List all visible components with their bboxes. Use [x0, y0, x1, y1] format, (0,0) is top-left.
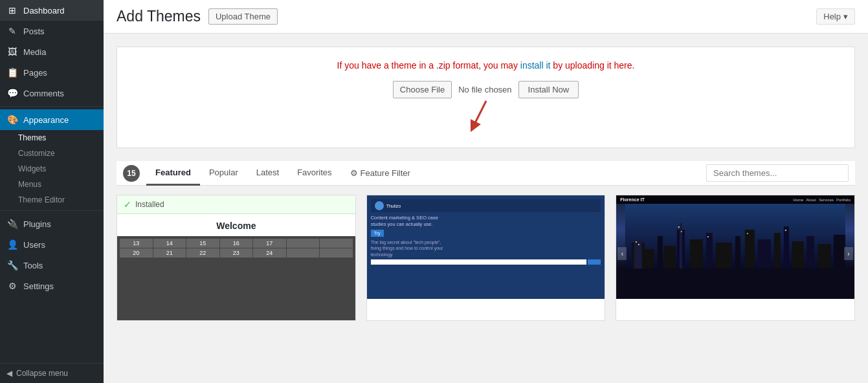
- sidebar-item-label: Media: [23, 47, 46, 57]
- sidebar-item-label: Users: [23, 240, 45, 250]
- sidebar-item-label: Dashboard: [23, 6, 65, 16]
- svg-rect-6: [658, 236, 663, 268]
- installed-bar: ✓ Installed: [117, 195, 355, 214]
- file-upload-row: Choose File No file chosen Install Now: [130, 81, 841, 98]
- collapse-icon: ◀: [6, 369, 12, 378]
- sidebar-subitem-themes[interactable]: Themes: [0, 130, 104, 146]
- svg-rect-23: [638, 244, 640, 245]
- t2-desc: The big secret about "tech people",fixin…: [371, 239, 601, 258]
- city-skyline-svg: [616, 204, 854, 268]
- svg-rect-15: [758, 239, 771, 268]
- main-content: Add Themes Upload Theme Help ▾ If you ha…: [104, 0, 868, 383]
- svg-rect-19: [807, 236, 814, 268]
- theme-name-welcome: Welcome: [117, 214, 355, 236]
- sidebar-item-label: Posts: [23, 27, 45, 36]
- svg-rect-22: [636, 241, 637, 243]
- svg-rect-20: [818, 244, 831, 268]
- comments-icon: 💬: [6, 88, 18, 98]
- feature-filter-button[interactable]: ⚙ Feature Filter: [341, 162, 419, 184]
- t3-nav: Home About Services Portfolio: [793, 198, 851, 202]
- sidebar-item-comments[interactable]: 💬 Comments: [0, 83, 104, 104]
- sidebar-item-label: Tools: [23, 261, 43, 270]
- upload-area: If you have a theme in a .zip format, yo…: [117, 47, 855, 148]
- chevron-down-icon: ▾: [843, 12, 848, 21]
- themes-grid: ✓ Installed Welcome 13 14 15 16 17 20 21…: [117, 195, 855, 321]
- gear-icon: ⚙: [350, 168, 358, 178]
- t2-header: Thulizo: [371, 199, 601, 212]
- sidebar-item-dashboard[interactable]: ⊞ Dashboard: [0, 0, 104, 21]
- sidebar-subitem-customize[interactable]: Customize: [0, 146, 104, 161]
- divider: [0, 106, 104, 107]
- t2-input-row: [371, 259, 601, 265]
- search-themes-input[interactable]: [706, 164, 849, 182]
- t2-site-name: Thulizo: [386, 204, 401, 208]
- sidebar-item-label: Comments: [23, 89, 64, 98]
- svg-rect-9: [680, 223, 682, 268]
- t3-left-arrow[interactable]: ‹: [618, 247, 627, 260]
- upload-hint: If you have a theme in a .zip format, yo…: [130, 60, 841, 71]
- sidebar-item-posts[interactable]: ✎ Posts: [0, 21, 104, 41]
- tabs-bar: 15 Featured Popular Latest Favorites ⚙ F…: [117, 161, 855, 186]
- svg-rect-7: [664, 246, 676, 268]
- svg-rect-14: [745, 230, 755, 268]
- arrow-container: [130, 100, 841, 132]
- topbar-left: Add Themes Upload Theme: [117, 8, 278, 25]
- sidebar: ⊞ Dashboard ✎ Posts 🖼 Media 📋 Pages 💬 Co…: [0, 0, 104, 383]
- svg-rect-28: [785, 230, 786, 231]
- t2-search-btn: [588, 259, 601, 265]
- collapse-menu-button[interactable]: ◀ Collapse menu: [0, 363, 104, 383]
- tools-icon: 🔧: [6, 260, 18, 270]
- sidebar-item-tools[interactable]: 🔧 Tools: [0, 255, 104, 276]
- hint-text-part1: If you have a theme in a .zip format, yo…: [337, 60, 520, 71]
- sidebar-item-settings[interactable]: ⚙ Settings: [0, 276, 104, 296]
- svg-rect-25: [681, 231, 682, 232]
- dashboard-icon: ⊞: [6, 5, 18, 16]
- sidebar-item-pages[interactable]: 📋 Pages: [0, 62, 104, 83]
- check-icon: ✓: [124, 199, 131, 210]
- theme-card-thulizo[interactable]: Thulizo Content marketing & SEO casestud…: [366, 195, 606, 321]
- svg-rect-11: [706, 233, 713, 268]
- install-now-button[interactable]: Install Now: [518, 81, 579, 98]
- appearance-icon: 🎨: [6, 115, 18, 125]
- t3-city-bg: [616, 204, 854, 268]
- tab-popular[interactable]: Popular: [200, 161, 247, 186]
- page-title: Add Themes: [117, 8, 201, 25]
- sidebar-item-label: Appearance: [23, 115, 69, 125]
- svg-rect-18: [792, 241, 804, 268]
- settings-icon: ⚙: [6, 281, 18, 291]
- sidebar-subitem-widgets[interactable]: Widgets: [0, 161, 104, 177]
- sidebar-item-label: Plugins: [23, 219, 51, 229]
- theme-card-florenceit[interactable]: Florence IT Home About Services Portfoli…: [616, 195, 855, 321]
- sidebar-item-media[interactable]: 🖼 Media: [0, 41, 104, 62]
- svg-rect-27: [747, 233, 748, 234]
- sidebar-item-plugins[interactable]: 🔌 Plugins: [0, 213, 104, 234]
- theme-preview-thulizo: Thulizo Content marketing & SEO casestud…: [367, 195, 605, 299]
- upload-theme-button[interactable]: Upload Theme: [208, 8, 278, 25]
- help-button[interactable]: Help ▾: [816, 8, 855, 25]
- theme3-preview-content: Florence IT Home About Services Portfoli…: [616, 195, 854, 299]
- sidebar-item-label: Settings: [23, 281, 54, 291]
- svg-rect-24: [678, 226, 680, 228]
- tab-featured[interactable]: Featured: [146, 161, 200, 186]
- tab-latest[interactable]: Latest: [247, 161, 288, 186]
- sidebar-subitem-menus[interactable]: Menus: [0, 177, 104, 192]
- svg-rect-10: [690, 239, 703, 268]
- tab-favorites[interactable]: Favorites: [288, 161, 340, 186]
- sidebar-item-label: Pages: [23, 68, 47, 78]
- choose-file-button[interactable]: Choose File: [393, 81, 452, 98]
- users-icon: 👤: [6, 239, 18, 250]
- svg-rect-4: [634, 239, 642, 268]
- t3-header: Florence IT Home About Services Portfoli…: [616, 195, 854, 204]
- theme2-preview-content: Thulizo Content marketing & SEO casestud…: [367, 195, 605, 299]
- sidebar-item-users[interactable]: 👤 Users: [0, 234, 104, 255]
- t3-right-arrow[interactable]: ›: [844, 247, 853, 260]
- theme-card-welcome[interactable]: ✓ Installed Welcome 13 14 15 16 17 20 21…: [117, 195, 356, 321]
- sidebar-item-appearance[interactable]: 🎨 Appearance: [0, 109, 104, 130]
- no-file-text: No file chosen: [458, 85, 511, 94]
- svg-line-1: [473, 101, 486, 127]
- t2-avatar: [375, 201, 384, 210]
- hint-link[interactable]: install it: [520, 60, 551, 71]
- sidebar-subitem-theme-editor[interactable]: Theme Editor: [0, 192, 104, 208]
- t3-brand: Florence IT: [620, 197, 644, 202]
- svg-rect-17: [784, 226, 789, 268]
